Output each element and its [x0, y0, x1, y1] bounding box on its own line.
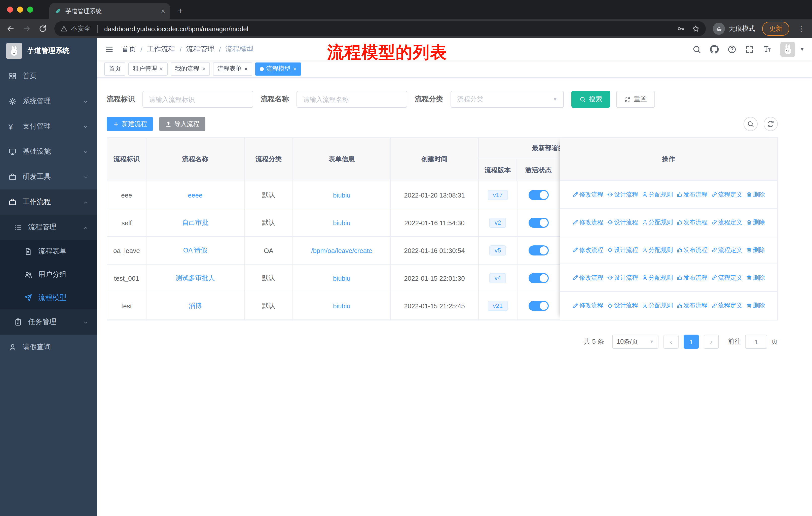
- reload-button[interactable]: [38, 24, 47, 33]
- modify-process-link[interactable]: 修改流程: [572, 190, 603, 199]
- process-definition-link[interactable]: 流程定义: [711, 190, 742, 199]
- tab-close-icon[interactable]: ×: [161, 7, 165, 15]
- form-info-link[interactable]: biubiu: [333, 219, 350, 226]
- toggle-search-button[interactable]: [744, 117, 758, 131]
- close-icon[interactable]: ×: [160, 65, 163, 72]
- app-logo[interactable]: 芋道管理系统: [0, 38, 97, 63]
- sidebar-item-payment[interactable]: ¥ 支付管理: [0, 114, 97, 139]
- assign-rule-link[interactable]: 分配规则: [642, 273, 673, 282]
- process-definition-link[interactable]: 流程定义: [711, 218, 742, 226]
- modify-process-link[interactable]: 修改流程: [572, 246, 603, 254]
- tag-my-process[interactable]: 我的流程 ×: [171, 62, 210, 75]
- sidebar-item-home[interactable]: 首页: [0, 63, 97, 89]
- next-page-button[interactable]: ›: [704, 334, 719, 349]
- publish-process-link[interactable]: 发布流程: [676, 273, 707, 282]
- close-window-button[interactable]: [7, 6, 13, 12]
- minimize-window-button[interactable]: [17, 6, 23, 12]
- process-definition-link[interactable]: 流程定义: [711, 301, 742, 310]
- active-toggle[interactable]: [528, 218, 548, 228]
- user-avatar[interactable]: [780, 42, 795, 57]
- forward-button[interactable]: [22, 24, 31, 33]
- back-button[interactable]: [6, 24, 15, 33]
- version-badge[interactable]: v4: [490, 273, 506, 283]
- delete-process-link[interactable]: 删除: [746, 246, 765, 254]
- publish-process-link[interactable]: 发布流程: [676, 218, 707, 226]
- process-name-link[interactable]: 自己审批: [182, 218, 208, 227]
- modify-process-link[interactable]: 修改流程: [572, 273, 603, 282]
- modify-process-link[interactable]: 修改流程: [572, 301, 603, 310]
- delete-process-link[interactable]: 删除: [746, 273, 765, 282]
- sidebar-item-system[interactable]: 系统管理: [0, 89, 97, 114]
- form-info-link[interactable]: /bpm/oa/leave/create: [311, 247, 372, 254]
- version-badge[interactable]: v17: [488, 190, 508, 200]
- github-icon[interactable]: [710, 45, 719, 54]
- browser-menu-icon[interactable]: ⋮: [796, 24, 806, 33]
- assign-rule-link[interactable]: 分配规则: [642, 246, 673, 254]
- delete-process-link[interactable]: 删除: [746, 190, 765, 199]
- sidebar-item-process-model[interactable]: 流程模型: [0, 286, 97, 309]
- tag-process-form[interactable]: 流程表单 ×: [213, 62, 252, 75]
- tag-process-model[interactable]: 流程模型 ×: [255, 62, 301, 75]
- process-name-link[interactable]: eeee: [188, 191, 203, 199]
- publish-process-link[interactable]: 发布流程: [676, 246, 707, 254]
- delete-process-link[interactable]: 删除: [746, 301, 765, 310]
- avatar-caret-icon[interactable]: ▼: [800, 47, 805, 52]
- bookmark-star-icon[interactable]: [692, 25, 700, 33]
- password-key-icon[interactable]: [676, 25, 685, 33]
- form-info-link[interactable]: biubiu: [333, 274, 350, 282]
- goto-page-input[interactable]: [745, 334, 767, 349]
- design-process-link[interactable]: 设计流程: [607, 190, 638, 199]
- process-name-link[interactable]: OA 请假: [183, 246, 207, 255]
- assign-rule-link[interactable]: 分配规则: [642, 190, 673, 199]
- active-toggle[interactable]: [528, 273, 548, 283]
- process-name-link[interactable]: 滔博: [188, 301, 202, 310]
- active-toggle[interactable]: [528, 190, 548, 200]
- new-tab-button[interactable]: +: [173, 4, 187, 18]
- delete-process-link[interactable]: 删除: [746, 218, 765, 226]
- page-number-1[interactable]: 1: [684, 334, 699, 349]
- sidebar-item-task-management[interactable]: 任务管理: [0, 309, 97, 334]
- refresh-table-button[interactable]: [764, 117, 778, 131]
- close-icon[interactable]: ×: [244, 65, 248, 72]
- active-toggle[interactable]: [528, 245, 548, 255]
- sidebar-item-devtools[interactable]: 研发工具: [0, 164, 97, 189]
- reset-button[interactable]: 重置: [616, 91, 655, 108]
- chrome-update-button[interactable]: 更新: [762, 22, 789, 36]
- tag-tenant[interactable]: 租户管理 ×: [128, 62, 168, 75]
- design-process-link[interactable]: 设计流程: [607, 273, 638, 282]
- version-badge[interactable]: v21: [488, 301, 508, 311]
- address-bar[interactable]: 不安全 dashboard.yudao.iocoder.cn/bpm/manag…: [54, 21, 706, 36]
- import-process-button[interactable]: 导入流程: [159, 117, 205, 131]
- assign-rule-link[interactable]: 分配规则: [642, 301, 673, 310]
- font-size-icon[interactable]: [763, 45, 772, 54]
- assign-rule-link[interactable]: 分配规则: [642, 218, 673, 226]
- process-name-link[interactable]: 测试多审批人: [175, 274, 215, 283]
- sidebar-item-infrastructure[interactable]: 基础设施: [0, 139, 97, 164]
- process-category-select[interactable]: 流程分类 ▼: [451, 91, 564, 108]
- active-toggle[interactable]: [528, 301, 548, 311]
- page-size-select[interactable]: 10条/页 ▼: [612, 334, 659, 349]
- version-badge[interactable]: v2: [490, 218, 506, 228]
- breadcrumb-home[interactable]: 首页: [122, 45, 136, 54]
- search-button[interactable]: 搜索: [571, 91, 610, 108]
- breadcrumb-workflow[interactable]: 工作流程: [147, 45, 175, 54]
- design-process-link[interactable]: 设计流程: [607, 218, 638, 226]
- form-info-link[interactable]: biubiu: [333, 302, 350, 310]
- version-badge[interactable]: v5: [490, 245, 506, 256]
- browser-tab[interactable]: 芋道管理系统 ×: [49, 3, 170, 19]
- close-icon[interactable]: ×: [202, 65, 205, 72]
- publish-process-link[interactable]: 发布流程: [676, 301, 707, 310]
- sidebar-item-workflow[interactable]: 工作流程: [0, 189, 97, 215]
- hamburger-icon[interactable]: [105, 45, 114, 54]
- fullscreen-icon[interactable]: [745, 45, 754, 54]
- design-process-link[interactable]: 设计流程: [607, 246, 638, 254]
- process-name-input[interactable]: [296, 91, 407, 108]
- sidebar-item-process-form[interactable]: 流程表单: [0, 240, 97, 263]
- breadcrumb-process-management[interactable]: 流程管理: [186, 45, 214, 54]
- sidebar-item-leave-query[interactable]: 请假查询: [0, 334, 97, 360]
- modify-process-link[interactable]: 修改流程: [572, 218, 603, 226]
- publish-process-link[interactable]: 发布流程: [676, 190, 707, 199]
- header-search-icon[interactable]: [692, 45, 701, 54]
- process-key-input[interactable]: [142, 91, 253, 108]
- prev-page-button[interactable]: ‹: [664, 334, 678, 349]
